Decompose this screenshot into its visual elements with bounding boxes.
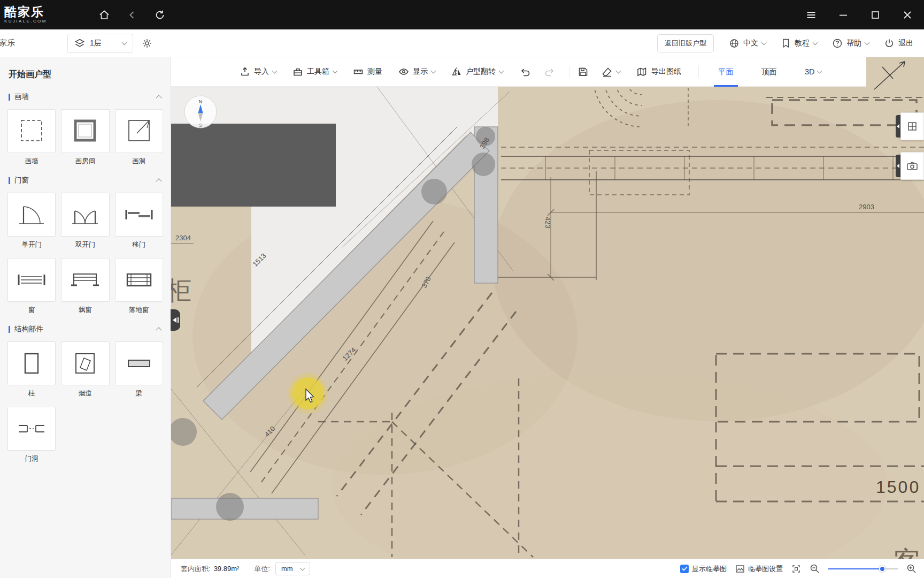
accent-bar <box>9 177 10 184</box>
tool-door-opening[interactable]: 门洞 <box>7 407 56 463</box>
help-menu[interactable]: 帮助 <box>832 38 869 49</box>
fit-screen-button[interactable] <box>791 564 801 574</box>
wall-bottom[interactable] <box>171 498 318 519</box>
import-menu[interactable]: 导入 <box>240 66 276 77</box>
section-walls-header[interactable]: 画墙 <box>0 83 171 107</box>
chevron-up-icon[interactable] <box>156 178 161 184</box>
tab-plan-view[interactable]: 平面 <box>714 57 738 87</box>
zoom-slider-fill <box>828 568 882 569</box>
tool-draw-wall[interactable]: 画墙 <box>7 109 56 166</box>
display-menu[interactable]: 显示 <box>398 66 435 77</box>
layout-panel-widget[interactable] <box>896 112 924 140</box>
accent-bar <box>9 326 10 333</box>
screenshot-widget[interactable] <box>896 152 924 180</box>
maximize-icon <box>870 10 881 20</box>
tool-draw-room[interactable]: 画房间 <box>61 109 109 166</box>
minimize-button[interactable] <box>835 7 851 23</box>
zoom-in-button[interactable] <box>906 564 917 574</box>
tool-label: 窗 <box>7 306 56 315</box>
dimension-label: 423 <box>544 217 552 229</box>
tool-single-door[interactable]: 单开门 <box>7 193 56 249</box>
home-icon <box>98 9 110 21</box>
question-icon <box>832 38 843 49</box>
tab-3d-label: 3D <box>805 67 815 76</box>
tool-double-door[interactable]: 双开门 <box>61 193 109 249</box>
floor-selector[interactable]: 1层 <box>67 34 133 53</box>
save-button[interactable] <box>578 66 589 78</box>
app-logo: 酷家乐 KUJIALE.COM <box>0 5 80 24</box>
floorplan-canvas[interactable]: 柜 客 1500 2304 1513 1274 410 370 423 198 … <box>171 57 924 578</box>
language-label: 中文 <box>743 39 758 48</box>
back-button[interactable] <box>124 7 140 23</box>
maximize-button[interactable] <box>867 7 883 23</box>
redo-button[interactable] <box>544 66 556 77</box>
home-button[interactable] <box>96 7 112 23</box>
undo-button[interactable] <box>519 66 531 77</box>
zoom-slider[interactable] <box>828 565 898 573</box>
logo-text: 酷家乐 <box>4 5 80 19</box>
chevron-down-icon <box>813 40 818 45</box>
power-icon <box>884 38 895 49</box>
export-drawings-button[interactable]: 导出图纸 <box>636 66 681 77</box>
eraser-menu[interactable] <box>602 66 620 78</box>
close-button[interactable] <box>899 7 915 23</box>
tool-floor-window[interactable]: 落地窗 <box>115 258 163 315</box>
tutorial-menu[interactable]: 教程 <box>781 38 817 48</box>
menu-button[interactable] <box>803 7 819 23</box>
sidebar-collapse-handle[interactable] <box>171 309 180 331</box>
section-structure-header[interactable]: 结构部件 <box>0 316 171 339</box>
floor-settings-button[interactable] <box>142 38 152 49</box>
tool-label: 落地窗 <box>115 306 163 315</box>
chevron-down-icon <box>299 565 305 571</box>
chevron-up-icon[interactable] <box>156 327 161 333</box>
chevron-up-icon[interactable] <box>156 95 161 101</box>
panel-collapse-tab[interactable] <box>896 155 900 177</box>
tool-label: 飘窗 <box>61 306 109 315</box>
refresh-button[interactable] <box>152 7 168 23</box>
grid-icon <box>907 121 918 132</box>
title-bar: 酷家乐 KUJIALE.COM <box>0 0 924 29</box>
language-menu[interactable]: 中文 <box>729 38 766 49</box>
panel-collapse-tab[interactable] <box>896 115 900 138</box>
tab-3d-view[interactable]: 3D <box>800 57 826 87</box>
chevron-down-icon <box>865 40 870 45</box>
toolbox-menu[interactable]: 工具箱 <box>292 66 337 77</box>
tool-window[interactable]: 窗 <box>7 258 56 315</box>
back-to-old-version-button[interactable]: 返回旧版户型 <box>657 34 714 52</box>
compass-north-label: N <box>199 99 203 104</box>
area-value: 39.89m² <box>214 565 240 573</box>
dimension-label: 2304 <box>175 234 191 242</box>
tool-bay-window[interactable]: 飘窗 <box>61 258 109 315</box>
zoom-slider-handle[interactable] <box>879 566 886 572</box>
measure-tool[interactable]: 测量 <box>353 66 382 77</box>
close-icon <box>902 10 913 20</box>
tool-label: 单开门 <box>7 240 56 249</box>
check-icon <box>682 566 688 571</box>
tool-label: 双开门 <box>61 240 109 249</box>
fit-screen-icon <box>791 564 801 574</box>
tab-ceiling-view[interactable]: 顶面 <box>757 57 781 87</box>
chevron-down-icon <box>616 69 621 74</box>
exit-label: 退出 <box>898 39 913 48</box>
door-opening-icon <box>17 416 47 442</box>
tool-beam[interactable]: 梁 <box>115 341 163 398</box>
import-icon <box>240 66 250 77</box>
trace-settings-button[interactable]: 临摹图设置 <box>735 564 783 574</box>
collapse-arrow-icon <box>173 317 176 323</box>
flip-menu[interactable]: 户型翻转 <box>451 66 503 77</box>
display-icon <box>398 66 409 77</box>
unit-selector[interactable]: mm <box>275 562 310 575</box>
tool-column[interactable]: 柱 <box>7 341 56 398</box>
exit-button[interactable]: 退出 <box>884 38 913 49</box>
refresh-icon <box>154 9 166 21</box>
chevron-down-icon <box>817 69 822 74</box>
tool-flue[interactable]: 烟道 <box>61 341 109 398</box>
show-trace-checkbox[interactable] <box>680 565 689 573</box>
tool-draw-hole[interactable]: 画洞 <box>115 109 163 166</box>
zoom-out-button[interactable] <box>810 564 820 574</box>
blueprint-svg: 柜 客 1500 2304 1513 1274 410 370 423 198 … <box>171 57 924 578</box>
export-icon <box>636 66 648 77</box>
section-doors-windows-header[interactable]: 门窗 <box>0 167 171 191</box>
show-trace-toggle[interactable]: 显示临摹图 <box>680 564 727 574</box>
tool-sliding-door[interactable]: 移门 <box>115 193 163 249</box>
